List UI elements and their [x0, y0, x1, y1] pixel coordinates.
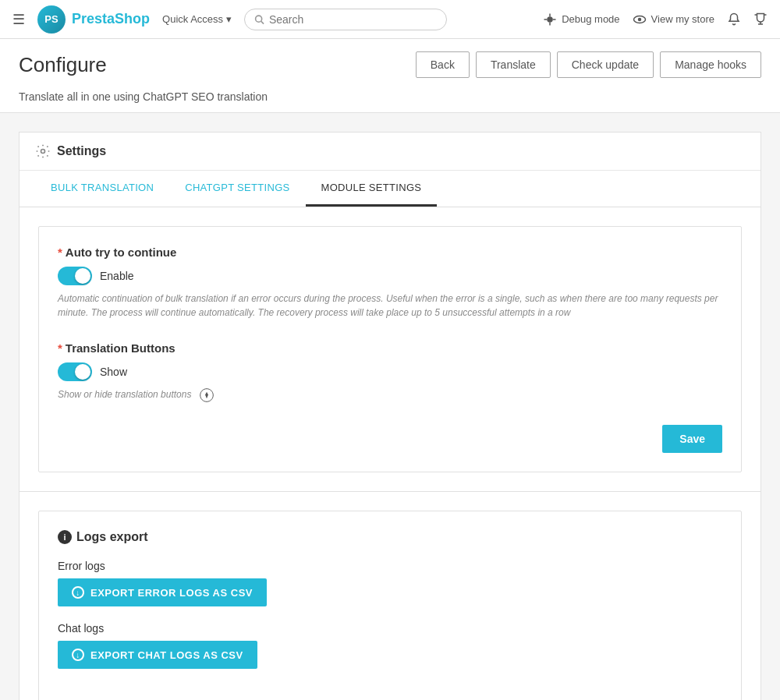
page-subtitle: Translate all in one using ChatGPT SEO t… — [19, 90, 761, 112]
chat-logs-label: Chat logs — [58, 622, 722, 635]
gear-icon — [35, 143, 51, 159]
download-icon: ↓ — [72, 586, 84, 599]
brand-icon: PS — [37, 5, 66, 34]
chat-logs-group: Chat logs ↓ EXPORT CHAT LOGS AS CSV — [58, 622, 722, 669]
settings-section: *Auto try to continue Enable Automatic c… — [38, 226, 742, 472]
logs-inner-section: i Logs export Error logs ↓ EXPORT ERROR … — [38, 511, 742, 700]
download-icon-2: ↓ — [72, 649, 84, 661]
error-logs-group: Error logs ↓ EXPORT ERROR LOGS AS CSV — [58, 560, 722, 606]
translation-buttons-toggle[interactable] — [58, 362, 92, 381]
quick-access-button[interactable]: Quick Access ▾ — [162, 13, 232, 25]
auto-try-toggle[interactable] — [58, 267, 92, 285]
export-chat-logs-button[interactable]: ↓ EXPORT CHAT LOGS AS CSV — [58, 641, 257, 669]
auto-try-toggle-row: Enable — [58, 267, 722, 285]
trophy-icon — [753, 12, 768, 27]
tabs-bar: BULK TRANSLATION CHATGPT SETTINGS MODULE… — [20, 171, 760, 207]
header-buttons: Back Translate Check update Manage hooks — [416, 51, 761, 78]
translation-buttons-label: *Translation Buttons — [58, 341, 722, 355]
svg-point-2 — [547, 16, 553, 23]
brand-name: PrestaShop — [72, 11, 150, 27]
search-icon — [254, 14, 264, 25]
search-input[interactable] — [269, 13, 437, 26]
debug-mode-button[interactable]: Debug mode — [543, 12, 619, 27]
export-error-logs-button[interactable]: ↓ EXPORT ERROR LOGS AS CSV — [58, 578, 267, 606]
main-content: Settings BULK TRANSLATION CHATGPT SETTIN… — [0, 113, 780, 700]
view-store-button[interactable]: View my store — [633, 13, 714, 25]
settings-title: Settings — [57, 144, 106, 158]
brand-logo: PS PrestaShop — [37, 5, 150, 34]
tab-chatgpt-settings[interactable]: CHATGPT SETTINGS — [169, 171, 305, 207]
auto-try-field: *Auto try to continue Enable Automatic c… — [58, 246, 722, 320]
info-icon: i — [58, 530, 72, 544]
eye-icon — [633, 15, 647, 24]
translation-buttons-toggle-label: Show — [100, 366, 127, 378]
chatgpt-icon — [199, 387, 214, 403]
tab-bulk-translation[interactable]: BULK TRANSLATION — [35, 171, 169, 207]
settings-card-header: Settings — [20, 133, 760, 171]
svg-point-11 — [41, 150, 45, 154]
manage-hooks-button[interactable]: Manage hooks — [660, 51, 761, 78]
check-update-button[interactable]: Check update — [557, 51, 654, 78]
save-button[interactable]: Save — [662, 425, 722, 453]
svg-point-0 — [256, 16, 262, 22]
topnav-right: Debug mode View my store — [543, 12, 768, 27]
auto-try-label: *Auto try to continue — [58, 246, 722, 259]
bug-icon — [543, 12, 557, 27]
translation-buttons-field: *Translation Buttons Show Show or hide t… — [58, 341, 722, 403]
toggle-knob-2 — [75, 364, 90, 380]
page-title: Configure — [19, 53, 107, 77]
notifications-button[interactable] — [727, 12, 741, 27]
toggle-knob — [75, 268, 90, 284]
logs-title: i Logs export — [58, 530, 722, 544]
bell-icon — [727, 12, 741, 27]
trophy-button[interactable] — [753, 12, 768, 27]
tab-module-settings[interactable]: MODULE SETTINGS — [306, 171, 438, 207]
hamburger-icon[interactable]: ☰ — [12, 11, 25, 28]
logs-section: i Logs export Error logs ↓ EXPORT ERROR … — [20, 491, 760, 700]
top-navigation: ☰ PS PrestaShop Quick Access ▾ Debug mod — [0, 0, 780, 39]
save-row: Save — [58, 425, 722, 453]
module-settings-content: *Auto try to continue Enable Automatic c… — [20, 207, 760, 491]
translation-buttons-hint: Show or hide translation buttons — [58, 387, 722, 403]
svg-line-1 — [261, 21, 264, 23]
translation-buttons-toggle-row: Show — [58, 362, 722, 381]
page-header: Configure Back Translate Check update Ma… — [0, 39, 780, 113]
translate-button[interactable]: Translate — [476, 51, 551, 78]
auto-try-toggle-label: Enable — [100, 270, 134, 282]
auto-try-hint: Automatic continuation of bulk translati… — [58, 292, 722, 320]
svg-point-8 — [637, 17, 641, 21]
error-logs-label: Error logs — [58, 560, 722, 572]
search-bar — [244, 9, 447, 30]
settings-card: Settings BULK TRANSLATION CHATGPT SETTIN… — [19, 132, 761, 700]
back-button[interactable]: Back — [416, 51, 470, 78]
